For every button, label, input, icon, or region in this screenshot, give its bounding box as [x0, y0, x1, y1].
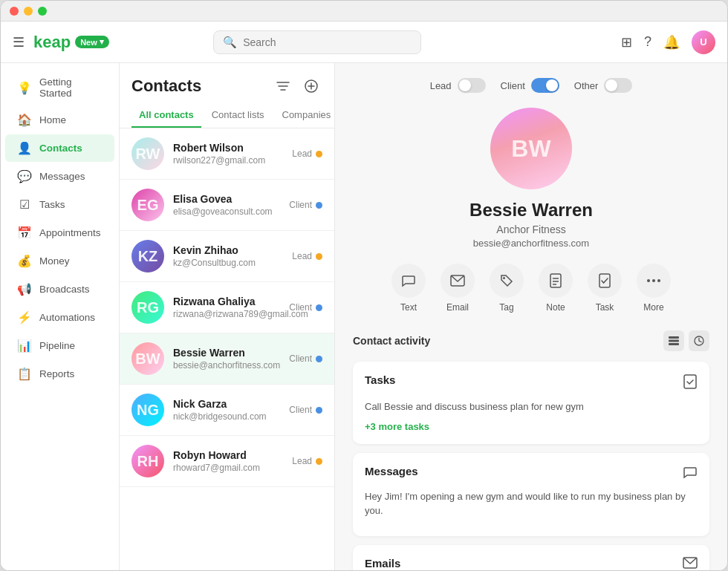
search-bar[interactable]: 🔍	[213, 30, 421, 54]
lead-toggle[interactable]	[458, 78, 486, 93]
sidebar-item-appointments[interactable]: 📅 Appointments	[5, 219, 114, 247]
status-dot	[316, 356, 322, 362]
sidebar-item-label: Appointments	[39, 227, 101, 238]
toggle-thumb	[459, 79, 471, 91]
close-button[interactable]	[10, 7, 19, 16]
email-action-button[interactable]: Email	[441, 264, 475, 313]
appointments-icon: 📅	[17, 226, 32, 240]
contacts-panel: Contacts All contac	[120, 63, 335, 570]
card-title: Emails	[365, 557, 400, 570]
user-avatar[interactable]: U	[692, 30, 715, 54]
action-label: Task	[596, 302, 614, 313]
status-toggles: Lead Client Other	[353, 78, 709, 93]
note-action-button[interactable]: Note	[539, 264, 573, 313]
chevron-down-icon: ▾	[100, 37, 104, 47]
sidebar-item-broadcasts[interactable]: 📢 Broadcasts	[5, 275, 114, 303]
list-item[interactable]: NG Nick Garza nick@bridgesound.com Clien…	[120, 385, 334, 436]
home-icon: 🏠	[17, 113, 32, 127]
card-header: Emails	[365, 557, 698, 571]
tab-contact-lists[interactable]: Contact lists	[204, 103, 272, 128]
other-toggle[interactable]	[604, 78, 632, 93]
more-tasks-link[interactable]: +3 more tasks	[365, 421, 429, 432]
toggle-lead-label: Lead	[430, 80, 452, 91]
contact-name: Rizwana Ghaliya	[173, 296, 280, 307]
contact-info: Kevin Zhihao kz@Consultbug.com	[173, 244, 283, 268]
client-toggle[interactable]	[531, 78, 559, 93]
emails-card: Emails	[353, 545, 709, 571]
minimize-button[interactable]	[24, 7, 33, 16]
contact-email: rwilson227@gmail.com	[173, 155, 283, 166]
sidebar-item-label: Automations	[39, 312, 95, 323]
grid-icon[interactable]: ⊞	[621, 34, 632, 50]
status-dot	[316, 202, 322, 209]
tab-companies[interactable]: Companies	[275, 103, 339, 128]
list-item[interactable]: EG Elisa Govea elisa@goveaconsult.com Cl…	[120, 180, 334, 231]
contact-name: Elisa Govea	[173, 193, 280, 205]
sidebar-item-label: Home	[39, 114, 66, 125]
status-dot	[316, 151, 322, 157]
search-input[interactable]	[243, 36, 391, 48]
tasks-card: Tasks Call Bessie and discuss business p…	[353, 362, 709, 444]
avatar: EG	[131, 189, 164, 221]
contact-email: rizwana@rizwana789@gmail.com	[173, 309, 280, 319]
tab-all-contacts[interactable]: All contacts	[131, 103, 201, 128]
sidebar-item-pipeline[interactable]: 📊 Pipeline	[5, 332, 114, 359]
sidebar-item-home[interactable]: 🏠 Home	[5, 106, 114, 134]
avatar: KZ	[131, 240, 164, 273]
hamburger-icon[interactable]: ☰	[13, 34, 25, 50]
profile-email: bessie@anchorfitness.com	[473, 238, 589, 249]
money-icon: 💰	[17, 254, 32, 268]
toggle-other-label: Other	[574, 80, 599, 91]
svg-rect-17	[669, 340, 679, 342]
svg-rect-8	[550, 274, 561, 287]
contact-email: kz@Consultbug.com	[173, 258, 283, 268]
list-item[interactable]: RH Robyn Howard rhoward7@gmail.com Lead	[120, 436, 334, 487]
detail-panel: Lead Client Other	[335, 63, 727, 570]
list-item[interactable]: RG Rizwana Ghaliya rizwana@rizwana789@gm…	[120, 282, 334, 333]
profile-company: Anchor Fitness	[496, 223, 565, 235]
list-item[interactable]: RW Robert Wilson rwilson227@gmail.com Le…	[120, 128, 334, 180]
more-action-button[interactable]: More	[637, 264, 671, 313]
profile-name: Bessie Warren	[469, 200, 593, 221]
add-contact-button[interactable]	[300, 75, 322, 97]
sidebar-item-money[interactable]: 💰 Money	[5, 247, 114, 275]
action-label: More	[643, 302, 663, 313]
new-badge[interactable]: New ▾	[75, 36, 109, 48]
card-header: Tasks	[365, 373, 698, 394]
sidebar-item-tasks[interactable]: ☑ Tasks	[5, 191, 114, 218]
svg-rect-12	[599, 274, 610, 287]
messages-card: Messages Hey Jim! I'm opening a new gym …	[353, 453, 709, 536]
text-action-button[interactable]: Text	[391, 264, 426, 313]
svg-rect-18	[669, 343, 679, 345]
tag-icon	[490, 264, 524, 298]
activity-header-icons	[663, 330, 709, 351]
top-nav: ☰ keap New ▾ 🔍 ⊞ ? 🔔 U	[1, 22, 727, 63]
tag-action-button[interactable]: Tag	[490, 264, 524, 313]
help-icon[interactable]: ?	[644, 34, 651, 50]
toggle-lead: Lead	[430, 78, 486, 93]
contact-tag: Lead	[292, 149, 322, 159]
task-icon	[588, 264, 622, 298]
profile-avatar-placeholder: BW	[490, 108, 572, 189]
task-action-button[interactable]: Task	[588, 264, 622, 313]
maximize-button[interactable]	[38, 7, 47, 16]
clock-view-button[interactable]	[689, 330, 709, 351]
pipeline-icon: 📊	[17, 339, 32, 353]
contact-name: Robert Wilson	[173, 142, 283, 154]
sidebar-item-reports[interactable]: 📋 Reports	[5, 360, 114, 388]
status-dot	[316, 407, 322, 414]
list-view-button[interactable]	[663, 330, 684, 351]
sidebar-item-getting-started[interactable]: 💡 Getting Started	[5, 70, 114, 105]
list-item[interactable]: BW Bessie Warren bessie@anchorfitness.co…	[120, 333, 334, 385]
contacts-title: Contacts	[131, 76, 266, 96]
svg-rect-20	[684, 375, 696, 388]
sidebar-item-contacts[interactable]: 👤 Contacts	[5, 134, 114, 162]
list-item[interactable]: KZ Kevin Zhihao kz@Consultbug.com Lead	[120, 231, 334, 282]
sidebar-item-automations[interactable]: ⚡ Automations	[5, 304, 114, 331]
sidebar-item-messages[interactable]: 💬 Messages	[5, 163, 114, 190]
notifications-icon[interactable]: 🔔	[663, 34, 680, 50]
contact-tag: Client	[289, 405, 322, 415]
filter-button[interactable]	[272, 75, 294, 97]
avatar: RH	[131, 445, 164, 477]
sidebar-item-label: Getting Started	[39, 76, 103, 99]
